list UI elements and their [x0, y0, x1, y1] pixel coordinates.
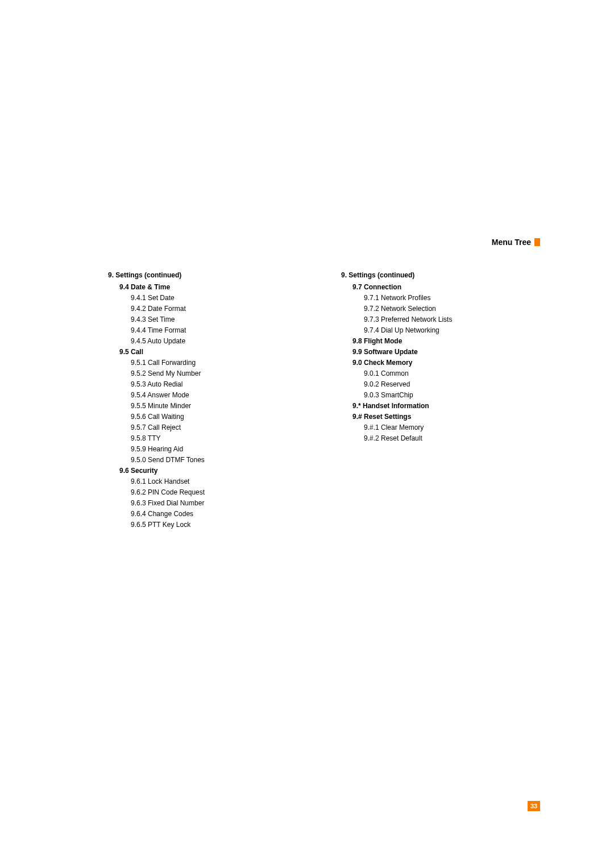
section-title: 9.4 Date & Time: [108, 282, 307, 293]
section-title: 9.8 Flight Mode: [341, 336, 540, 347]
menu-item: 9.5.0 Send DTMF Tones: [108, 455, 307, 466]
menu-item: 9.4.1 Set Date: [108, 293, 307, 304]
page-number-value: 33: [530, 803, 537, 809]
menu-item: 9.4.3 Set Time: [108, 314, 307, 325]
section-title: 9.0 Check Memory: [341, 358, 540, 368]
menu-item: 9.6.2 PIN Code Request: [108, 487, 307, 498]
menu-item: 9.5.1 Call Forwarding: [108, 358, 307, 368]
page-number: 33: [528, 801, 540, 811]
menu-item: 9.7.4 Dial Up Networking: [341, 325, 540, 336]
section-title: 9.* Handset Information: [341, 401, 540, 412]
menu-item: 9.5.6 Call Waiting: [108, 412, 307, 422]
menu-item: 9.7.3 Preferred Network Lists: [341, 314, 540, 325]
menu-item: 9.#.2 Reset Default: [341, 433, 540, 444]
menu-item: 9.7.1 Network Profiles: [341, 293, 540, 304]
section-title: 9.# Reset Settings: [341, 412, 540, 422]
menu-item: 9.5.3 Auto Redial: [108, 379, 307, 390]
menu-item: 9.6.3 Fixed Dial Number: [108, 498, 307, 509]
page-header-marker-icon: [534, 238, 540, 246]
section-title: 9.6 Security: [108, 466, 307, 476]
page: Menu Tree 9. Settings (continued) 9.4 Da…: [0, 0, 614, 868]
menu-item: 9.4.5 Auto Update: [108, 336, 307, 347]
left-heading: 9. Settings (continued): [108, 270, 307, 281]
page-header-title: Menu Tree: [492, 238, 531, 247]
menu-item: 9.6.1 Lock Handset: [108, 476, 307, 487]
menu-item: 9.5.4 Answer Mode: [108, 390, 307, 401]
right-heading: 9. Settings (continued): [341, 270, 540, 281]
menu-item: 9.5.9 Hearing Aid: [108, 444, 307, 455]
content-area: 9. Settings (continued) 9.4 Date & Time …: [108, 270, 540, 530]
menu-item: 9.4.4 Time Format: [108, 325, 307, 336]
menu-item: 9.0.3 SmartChip: [341, 390, 540, 401]
menu-item: 9.5.8 TTY: [108, 433, 307, 444]
left-column: 9. Settings (continued) 9.4 Date & Time …: [108, 270, 307, 530]
section-title: 9.5 Call: [108, 347, 307, 358]
menu-item: 9.6.4 Change Codes: [108, 509, 307, 520]
section-title: 9.9 Software Update: [341, 347, 540, 358]
menu-item: 9.0.1 Common: [341, 368, 540, 379]
menu-item: 9.7.2 Network Selection: [341, 304, 540, 314]
page-header: Menu Tree: [492, 238, 540, 247]
menu-item: 9.#.1 Clear Memory: [341, 422, 540, 433]
menu-item: 9.0.2 Reserved: [341, 379, 540, 390]
right-column: 9. Settings (continued) 9.7 Connection 9…: [341, 270, 540, 530]
section-title: 9.7 Connection: [341, 282, 540, 293]
menu-item: 9.5.2 Send My Number: [108, 368, 307, 379]
menu-item: 9.4.2 Date Format: [108, 304, 307, 314]
menu-item: 9.6.5 PTT Key Lock: [108, 520, 307, 530]
menu-item: 9.5.7 Call Reject: [108, 422, 307, 433]
menu-item: 9.5.5 Minute Minder: [108, 401, 307, 412]
